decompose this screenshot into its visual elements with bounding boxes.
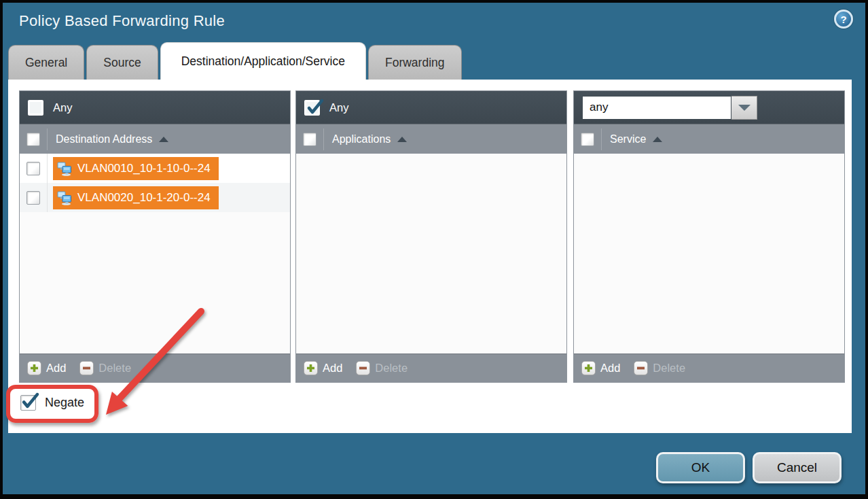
titlebar: Policy Based Forwarding Rule ?: [3, 3, 865, 42]
ok-button[interactable]: OK: [656, 452, 745, 483]
chevron-down-icon: [738, 105, 751, 111]
policy-based-forwarding-dialog: Policy Based Forwarding Rule ? General S…: [0, 0, 868, 499]
tab-destination-application-service[interactable]: Destination/Application/Service: [160, 42, 366, 80]
applications-column-header[interactable]: Applications: [296, 124, 566, 154]
table-row[interactable]: VLAN0020_10-1-20-0--24: [20, 183, 290, 212]
service-dropdown-value[interactable]: any: [582, 96, 731, 120]
help-icon[interactable]: ?: [834, 10, 853, 29]
applications-any-bar: Any: [296, 91, 566, 124]
negate-checkbox[interactable]: [20, 395, 36, 411]
panels-container: Any Destination Address: [19, 90, 845, 383]
tab-forwarding[interactable]: Forwarding: [368, 45, 462, 80]
row-checkbox[interactable]: [26, 191, 40, 205]
service-select-all-checkbox[interactable]: [581, 133, 594, 146]
add-button[interactable]: Add: [581, 361, 620, 375]
destination-column-header[interactable]: Destination Address: [20, 124, 290, 154]
minus-icon: [634, 361, 648, 375]
service-column-label: Service: [610, 133, 646, 145]
address-object-label: VLAN0010_10-1-10-0--24: [77, 162, 211, 175]
service-list: [574, 154, 844, 354]
checkmark-icon: [306, 99, 323, 116]
plus-icon: [27, 361, 41, 375]
address-object-chip[interactable]: VLAN0020_10-1-20-0--24: [53, 186, 219, 209]
row-checkbox[interactable]: [26, 162, 40, 175]
cancel-button[interactable]: Cancel: [753, 452, 842, 483]
applications-list: [296, 154, 566, 354]
tab-bar: General Source Destination/Application/S…: [8, 42, 464, 80]
network-address-icon: [57, 161, 72, 176]
tab-general[interactable]: General: [8, 45, 84, 80]
applications-panel: Any Applications Add: [295, 90, 567, 383]
destination-address-panel: Any Destination Address: [19, 90, 291, 383]
dropdown-button[interactable]: [731, 96, 757, 120]
destination-any-checkbox[interactable]: [28, 100, 43, 116]
table-row[interactable]: VLAN0010_10-1-10-0--24: [20, 154, 290, 183]
delete-button[interactable]: Delete: [79, 361, 131, 375]
destination-any-label: Any: [53, 101, 72, 114]
destination-list: VLAN0010_10-1-10-0--24: [20, 154, 290, 354]
sort-ascending-icon: [397, 137, 407, 142]
sort-ascending-icon: [159, 137, 168, 142]
tab-source[interactable]: Source: [86, 45, 158, 80]
applications-toolbar: Add Delete: [296, 354, 566, 382]
tab-content: Any Destination Address: [8, 80, 852, 433]
plus-icon: [581, 361, 596, 375]
sort-ascending-icon: [653, 137, 662, 142]
checkmark-icon: [20, 392, 39, 411]
address-object-chip[interactable]: VLAN0010_10-1-10-0--24: [53, 157, 219, 180]
destination-any-bar: Any: [20, 91, 290, 124]
service-dropdown-bar: any: [574, 91, 844, 124]
service-dropdown[interactable]: any: [582, 96, 757, 120]
service-toolbar: Add Delete: [574, 354, 844, 382]
minus-icon: [356, 361, 370, 375]
delete-button[interactable]: Delete: [634, 361, 685, 375]
page-title: Policy Based Forwarding Rule: [19, 12, 225, 30]
delete-button[interactable]: Delete: [356, 361, 408, 375]
plus-icon: [304, 361, 318, 375]
destination-column-label: Destination Address: [56, 133, 152, 145]
applications-column-label: Applications: [332, 133, 391, 145]
applications-any-checkbox[interactable]: [304, 100, 320, 116]
applications-select-all-checkbox[interactable]: [303, 133, 317, 146]
minus-icon: [79, 361, 94, 375]
destination-toolbar: Add Delete: [20, 354, 290, 382]
add-button[interactable]: Add: [304, 361, 342, 375]
negate-control: Negate: [20, 395, 84, 411]
destination-select-all-checkbox[interactable]: [26, 133, 40, 146]
negate-label: Negate: [45, 396, 84, 410]
applications-any-label: Any: [329, 101, 348, 114]
add-button[interactable]: Add: [27, 361, 66, 375]
service-column-header[interactable]: Service: [574, 124, 844, 154]
address-object-label: VLAN0020_10-1-20-0--24: [77, 191, 211, 205]
service-panel: any Service: [573, 90, 845, 383]
network-address-icon: [57, 190, 72, 205]
